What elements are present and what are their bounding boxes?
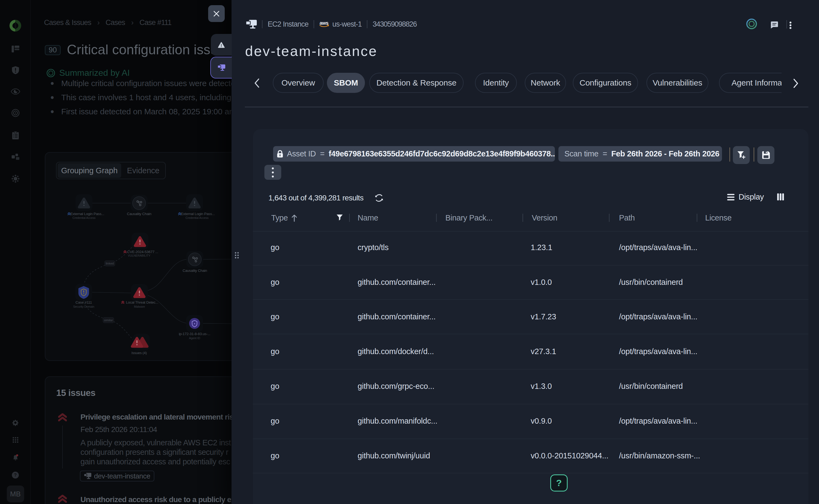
svg-text:Causality Chain: Causality Chain (127, 212, 151, 216)
svg-text:Agent ID: Agent ID (189, 336, 200, 340)
svg-text:similar: similar (104, 319, 113, 322)
svg-text:Credential Access: Credential Access (186, 216, 209, 219)
svg-text:Causality Chain: Causality Chain (183, 269, 207, 273)
svg-text:VULNERABILITY: VULNERABILITY (128, 254, 151, 257)
svg-text:aws: aws (319, 20, 328, 26)
svg-text:External Login Pass...: External Login Pass... (70, 212, 104, 216)
svg-text:CVE-2024-53677 ...: CVE-2024-53677 ... (127, 250, 158, 254)
svg-text:Local Threat Detec...: Local Threat Detec... (126, 300, 158, 304)
svg-text:Security Domain: Security Domain (73, 305, 94, 308)
svg-text:Credential Access: Credential Access (73, 216, 96, 219)
svg-text:?: ? (14, 473, 17, 477)
svg-text:Issues (4): Issues (4) (131, 351, 147, 355)
svg-text:Malware: Malware (134, 305, 145, 308)
svg-text:External Login Pass...: External Login Pass... (181, 212, 215, 216)
svg-text:ip-172-31-8-83.us-...: ip-172-31-8-83.us-... (179, 332, 210, 336)
svg-text:linked: linked (106, 262, 114, 265)
svg-text:Case #111: Case #111 (76, 300, 92, 304)
